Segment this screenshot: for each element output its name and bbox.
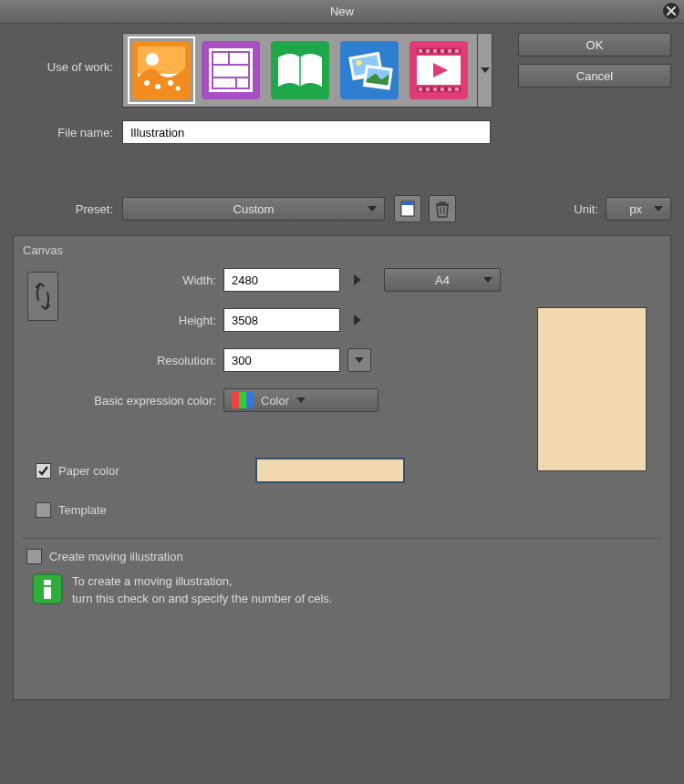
svg-rect-40 — [401, 201, 414, 205]
paper-size-value: A4 — [435, 273, 450, 287]
svg-rect-28 — [433, 49, 437, 53]
svg-rect-24 — [417, 48, 461, 54]
work-type-strip — [122, 33, 478, 108]
svg-rect-27 — [426, 49, 430, 53]
svg-rect-46 — [44, 587, 51, 599]
svg-rect-34 — [433, 88, 437, 91]
unit-label: Unit: — [574, 202, 606, 216]
svg-rect-36 — [448, 88, 451, 91]
svg-point-5 — [144, 80, 150, 86]
close-icon — [662, 2, 680, 20]
svg-rect-10 — [209, 48, 253, 92]
info-text: To create a moving illustration, turn th… — [72, 573, 332, 608]
chevron-down-icon — [355, 357, 364, 363]
dialog-title: New — [330, 5, 354, 18]
svg-rect-30 — [448, 49, 451, 53]
svg-rect-35 — [440, 88, 444, 91]
svg-point-6 — [155, 84, 161, 89]
preset-value: Custom — [233, 202, 275, 216]
chevron-down-icon — [483, 277, 492, 283]
work-type-book[interactable] — [267, 37, 333, 103]
template-label: Template — [58, 503, 107, 517]
ok-button[interactable]: OK — [518, 33, 671, 57]
work-type-photo[interactable] — [337, 37, 402, 103]
svg-point-8 — [176, 87, 181, 91]
work-type-comic[interactable] — [198, 37, 264, 103]
resolution-input[interactable] — [223, 348, 340, 372]
svg-point-7 — [168, 80, 173, 86]
work-type-dropdown[interactable] — [478, 33, 492, 108]
page-icon — [399, 200, 417, 218]
svg-rect-43 — [246, 392, 254, 408]
paper-color-swatch[interactable] — [255, 458, 405, 483]
svg-rect-3 — [138, 46, 185, 74]
photo-icon — [340, 41, 399, 99]
rgb-swatch-icon — [232, 392, 254, 408]
preset-combo[interactable]: Custom — [122, 197, 385, 221]
illustration-icon — [132, 41, 191, 99]
info-line1: To create a moving illustration, — [72, 573, 332, 591]
unit-value: px — [629, 202, 642, 216]
chevron-down-icon — [368, 206, 377, 211]
use-of-work-label: Use of work: — [13, 33, 122, 74]
svg-rect-37 — [455, 88, 459, 91]
paper-size-combo[interactable]: A4 — [384, 268, 501, 292]
svg-rect-25 — [417, 87, 461, 92]
canvas-group: Canvas Width: — [13, 235, 671, 700]
chevron-right-icon — [354, 315, 361, 325]
width-label: Width: — [63, 273, 223, 287]
width-input[interactable] — [223, 268, 340, 292]
book-icon — [271, 41, 329, 99]
trash-icon — [434, 200, 451, 218]
height-menu-button[interactable] — [347, 308, 368, 332]
chevron-down-icon — [654, 206, 663, 211]
preset-label: Preset: — [13, 202, 122, 216]
check-icon — [37, 465, 49, 477]
create-moving-label: Create moving illustration — [49, 550, 183, 563]
paper-color-checkbox[interactable] — [36, 463, 51, 479]
height-label: Height: — [63, 314, 223, 327]
svg-rect-42 — [239, 392, 246, 408]
create-moving-checkbox[interactable] — [26, 549, 42, 564]
svg-rect-26 — [419, 49, 422, 53]
save-preset-button[interactable] — [394, 195, 421, 222]
delete-preset-button[interactable] — [429, 195, 456, 222]
work-type-animation[interactable] — [406, 37, 472, 103]
svg-rect-31 — [455, 49, 459, 53]
basic-expr-label: Basic expression color: — [63, 394, 223, 407]
file-name-input[interactable] — [122, 120, 491, 144]
svg-rect-32 — [419, 88, 422, 91]
file-name-label: File name: — [13, 126, 122, 139]
height-input[interactable] — [223, 308, 340, 332]
expression-color-value: Color — [261, 394, 289, 407]
info-line2: turn this check on and specify the numbe… — [72, 591, 332, 608]
cancel-button[interactable]: Cancel — [518, 64, 671, 88]
close-button[interactable] — [662, 2, 680, 20]
svg-point-4 — [146, 53, 159, 66]
svg-rect-41 — [232, 392, 239, 408]
canvas-group-title: Canvas — [23, 243, 661, 257]
info-icon — [32, 573, 63, 604]
expression-color-combo[interactable]: Color — [223, 388, 378, 412]
comic-icon — [202, 41, 260, 99]
template-checkbox[interactable] — [36, 502, 51, 518]
width-menu-button[interactable] — [347, 268, 368, 292]
separator — [23, 538, 661, 539]
animation-icon — [409, 41, 468, 99]
chevron-down-icon — [481, 67, 490, 73]
swap-dimensions-button[interactable] — [27, 272, 58, 321]
svg-rect-45 — [44, 580, 51, 585]
svg-rect-29 — [440, 49, 444, 53]
chevron-down-icon — [296, 397, 306, 403]
work-type-illustration[interactable] — [129, 37, 194, 103]
title-bar: New — [0, 0, 684, 24]
swap-arrows-icon — [33, 278, 53, 315]
canvas-preview — [537, 307, 647, 471]
resolution-dropdown-button[interactable] — [347, 348, 371, 372]
unit-combo[interactable]: px — [606, 197, 671, 221]
resolution-label: Resolution: — [63, 354, 223, 367]
chevron-right-icon — [354, 274, 361, 285]
svg-rect-33 — [426, 88, 430, 91]
paper-color-label: Paper color — [58, 464, 119, 478]
